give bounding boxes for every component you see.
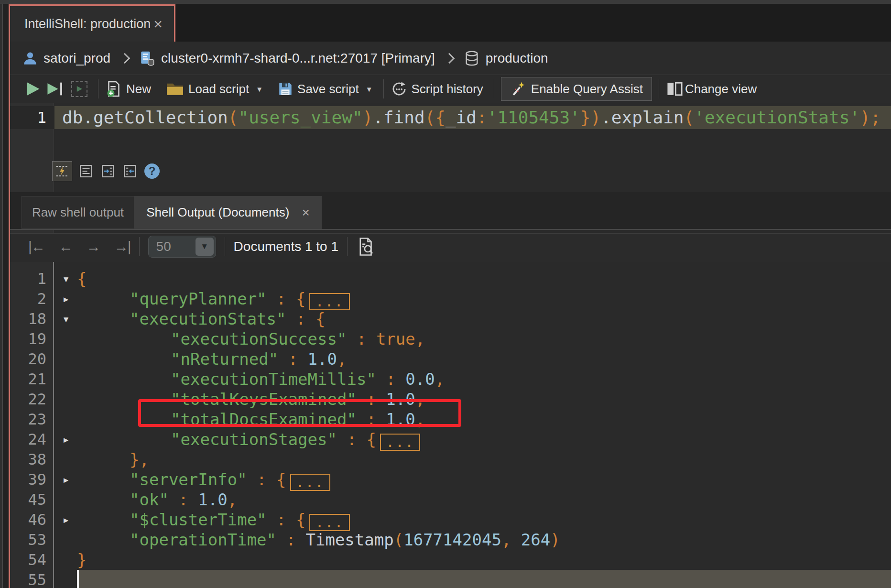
output-line: 54} <box>10 550 891 570</box>
enable-query-assist-label: Enable Query Assist <box>531 82 643 97</box>
fold-closed-icon[interactable]: ▸ <box>55 429 77 449</box>
line-number: 39 <box>10 469 55 490</box>
shell-output-documents-label: Shell Output (Documents) <box>146 205 289 220</box>
output-line: 45"ok" : 1.0, <box>10 490 891 510</box>
fold-closed-icon[interactable]: ▸ <box>55 289 77 309</box>
code-token: : <box>267 289 296 308</box>
intellishell-pane: satori_prod cluster0-xrmh7-shard-0...r.n… <box>10 42 891 588</box>
code-token: "operationTime" <box>130 530 276 549</box>
text-cursor-line[interactable] <box>77 570 891 588</box>
code-token: , <box>435 370 445 389</box>
help-icon[interactable]: ? <box>144 163 160 179</box>
line-number: 22 <box>10 389 55 409</box>
output-line: 2▸"queryPlanner" : {... <box>10 289 891 309</box>
save-script-label: Save script <box>297 82 359 97</box>
indent-left-icon[interactable] <box>122 163 138 179</box>
fold-open-icon[interactable]: ▾ <box>55 269 77 289</box>
line-number: 24 <box>10 429 55 449</box>
documents-range-label: Documents 1 to 1 <box>234 239 338 254</box>
breadcrumb-database[interactable]: production <box>464 50 548 66</box>
code-token: 0.0 <box>405 370 435 389</box>
code-token: true <box>376 329 415 348</box>
last-page-icon[interactable]: →| <box>114 239 130 255</box>
code-token: { <box>296 289 305 308</box>
run-button[interactable] <box>24 80 42 98</box>
line-number: 23 <box>10 409 55 429</box>
breadcrumb-connection[interactable]: satori_prod <box>22 51 110 66</box>
code-token: "ok" <box>130 490 169 509</box>
align-text-icon[interactable] <box>78 163 94 179</box>
shell-output-view[interactable]: 1▾{2▸"queryPlanner" : {...18▾"executionS… <box>10 262 891 588</box>
breadcrumb-cluster[interactable]: cluster0-xrmh7-shard-0...r.net:27017 [Pr… <box>139 50 435 66</box>
query-code-line[interactable]: db.getCollection("users_view").find({_id… <box>54 106 891 129</box>
output-line: 39▸"serverInfo" : {... <box>10 469 891 490</box>
database-icon <box>464 50 480 66</box>
code-token: ( <box>394 530 403 549</box>
previous-page-icon[interactable]: ← <box>59 239 72 255</box>
fold-spacer <box>55 530 77 550</box>
save-script-button[interactable]: Save script ▼ <box>277 81 372 97</box>
indent-right-icon[interactable] <box>100 163 116 179</box>
code-token: ) <box>363 108 373 127</box>
fold-closed-icon[interactable]: ▸ <box>55 469 77 490</box>
output-tab-strip: Raw shell output Shell Output (Documents… <box>10 192 891 230</box>
collapsed-ellipsis[interactable]: ... <box>309 514 349 531</box>
code-token: "nReturned" <box>171 349 278 369</box>
change-view-button[interactable]: Change view <box>666 81 757 97</box>
fold-spacer <box>55 550 77 570</box>
tab-title: IntelliShell: production <box>24 17 151 32</box>
chevron-right-icon <box>120 53 130 64</box>
run-to-cursor-button[interactable] <box>45 80 65 98</box>
code-token: "users_view" <box>238 108 362 127</box>
first-page-icon[interactable]: |← <box>28 239 44 255</box>
code-token: 1677142045 <box>403 530 501 549</box>
new-script-button[interactable]: New <box>105 80 151 98</box>
line-number: 54 <box>10 550 55 570</box>
code-token: "queryPlanner" <box>130 289 267 308</box>
find-in-documents-icon[interactable] <box>356 237 376 257</box>
next-page-icon[interactable]: → <box>87 239 100 255</box>
collapsed-ellipsis[interactable]: ... <box>380 434 420 451</box>
json-line-content: "executionTimeMillis" : 0.0, <box>77 369 445 389</box>
fold-closed-icon[interactable]: ▸ <box>55 510 77 530</box>
code-token: Timestamp <box>305 530 393 549</box>
editor-quick-icons: ? <box>52 161 160 181</box>
change-view-icon <box>666 81 684 97</box>
code-token: 1.0 <box>198 490 227 509</box>
tab-close-icon[interactable]: × <box>153 16 163 32</box>
output-line: 23"totalDocsExamined" : 1.0, <box>10 409 891 429</box>
enable-query-assist-button[interactable]: Enable Query Assist <box>501 77 652 101</box>
code-token: '1105453' <box>487 108 580 127</box>
output-tab-close-icon[interactable]: × <box>302 206 309 219</box>
change-view-label: Change view <box>685 82 757 97</box>
toolbar-separator <box>494 79 494 98</box>
line-number: 21 <box>10 369 55 389</box>
output-line: 1▾{ <box>10 269 891 289</box>
script-history-button[interactable]: Script history <box>391 80 483 98</box>
line-number: 2 <box>10 289 55 309</box>
json-line-content: "totalDocsExamined" : 1.0, <box>77 409 425 429</box>
load-script-button[interactable]: Load script ▼ <box>165 81 263 97</box>
collapsed-ellipsis[interactable]: ... <box>309 293 349 310</box>
fold-open-icon[interactable]: ▾ <box>55 309 77 329</box>
code-token: : <box>247 470 276 489</box>
code-token: ( <box>228 108 239 127</box>
code-token: _id <box>446 108 477 127</box>
line-number: 46 <box>10 510 55 530</box>
load-script-label: Load script <box>188 82 249 97</box>
fold-spacer <box>55 570 77 588</box>
code-token: 1.0 <box>386 390 415 409</box>
code-token: "serverInfo" <box>130 470 247 489</box>
collapsed-ellipsis[interactable]: ... <box>290 474 330 491</box>
page-size-select[interactable]: 50 ▼ <box>148 236 216 258</box>
tab-intellishell-production[interactable]: IntelliShell: production × <box>10 4 175 42</box>
fold-spacer <box>55 389 77 409</box>
code-token: .explain <box>601 108 684 127</box>
tab-shell-output-documents[interactable]: Shell Output (Documents) × <box>134 196 322 229</box>
code-token: : <box>477 108 487 127</box>
new-script-label: New <box>126 82 151 97</box>
auto-format-icon[interactable] <box>52 161 72 181</box>
raw-shell-output-label: Raw shell output <box>32 205 124 220</box>
select-chevron-icon: ▼ <box>196 238 214 256</box>
tab-raw-shell-output[interactable]: Raw shell output <box>22 196 134 229</box>
